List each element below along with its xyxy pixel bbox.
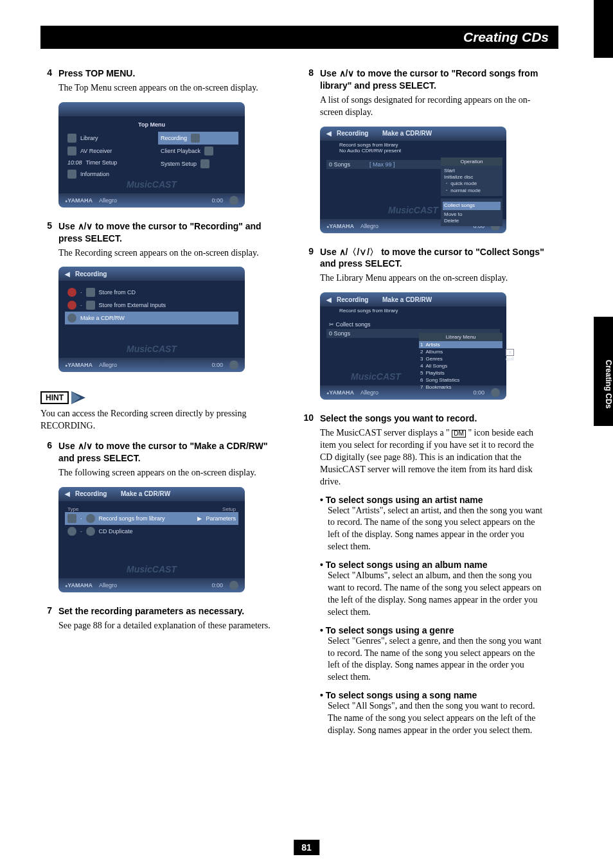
max: [ Max 99 ] [369,161,395,168]
track: Allegro [99,362,117,368]
ss-item: Information [80,171,109,177]
ss-sub2: No Audio CDR/RW present [339,148,401,154]
brand: YAMAHA [67,362,93,368]
watermark: MusicCAST [127,344,177,354]
step-number: 4 [40,67,52,80]
ss-item: Store from External Inputs [99,302,166,308]
watermark: MusicCAST [388,205,438,215]
ss-title-b: Make a CDR/RW [121,490,170,497]
watermark: MusicCAST [127,179,177,190]
screenshot-recording: ◀Recording ·Store from CD ·Store from Ex… [58,267,245,372]
ss-title: Recording [75,270,107,278]
ss-title-a: Recording [337,296,368,303]
ss-title-a: Recording [75,490,107,497]
ss-title-b: Make a CDR/RW [382,296,432,303]
screenshot-library-menu: ◀Recording Make a CDR/RW Record songs fr… [320,292,506,400]
step-title: Press TOP MENU. [58,67,135,80]
bullet-title: • To select songs using an artist name [320,495,546,505]
hint-body: You can access the Recording screen dire… [40,408,285,432]
lib-item: Genres [425,356,442,362]
hint-label: HINT [40,391,69,404]
timer-icon: 10:08 [67,159,82,166]
step-number: 6 [40,440,52,465]
op-title: Operation [441,157,502,166]
bullet-body: Select "All Songs", and then the song yo… [328,700,546,737]
step-5: 5 Use ∧/∨ to move the cursor to "Recordi… [40,220,285,245]
brand: YAMAHA [67,197,93,204]
step-number: 8 [302,67,314,92]
ss-item-hl: Record songs from library [99,515,194,522]
ss-item: CD Duplicate [99,528,133,535]
ss-sub: Record songs from library [320,306,506,315]
watermark: MusicCAST [127,564,177,574]
ss-title-a: Recording [337,130,368,137]
brand: YAMAHA [329,389,354,396]
bullet-body: Select "Genres", select a genre, and the… [328,635,546,684]
ss-item: Timer Setup [86,159,118,166]
step-body: The Library Menu appears on the on-scree… [320,272,546,285]
quit-label: quit [506,356,514,362]
step-title: Select the songs you want to record. [320,412,477,425]
lib-item: Bookmarks [425,384,451,390]
step-number: 5 [40,220,52,245]
page-header: Creating CDs [40,26,558,49]
bullet-title: • To select songs using a song name [320,690,546,700]
ss-item: System Setup [161,161,197,167]
ss-item: AV Receiver [80,148,112,154]
bullet-body: Select "Artists", select an artist, and … [328,505,546,554]
op-item-hl: Collect songs [443,202,501,209]
step-title: Use ∧/〈/∨/〉 to move the cursor to "Colle… [320,246,546,270]
step-6: 6 Use ∧/∨ to move the cursor to "Make a … [40,440,285,465]
side-tab: Creating CDs [594,317,613,426]
step-9: 9 Use ∧/〈/∨/〉 to move the cursor to "Col… [302,246,546,270]
track: Allegro [99,197,117,204]
play-icon [229,581,238,590]
ss-item-hl: Make a CDR/RW [80,315,125,321]
ss-item: Client Playback [161,148,200,154]
track: Allegro [360,223,378,229]
step-body: A list of songs designated for recording… [320,94,546,119]
watermark: MusicCAST [351,371,401,382]
quit-x-icon: X [506,349,514,356]
time: 0:00 [211,582,223,589]
ss-title: Top Menu [65,121,238,128]
op-item: Initialize disc [444,174,499,181]
brand: YAMAHA [329,223,354,229]
lib-item: All Songs [425,363,447,369]
screenshot-make-cdrrw: ◀Recording Make a CDR/RW TypeSetup ·Reco… [58,487,245,592]
step-body: The Recording screen appears on the on-s… [58,247,285,260]
step-number: 9 [302,246,314,270]
play-icon [229,360,238,369]
bullet-title: • To select songs using an album name [320,560,546,570]
songs-head: 0 Songs [329,161,350,168]
track: Allegro [360,389,378,396]
lib-item: Albums [425,349,443,355]
step-8: 8 Use ∧/∨ to move the cursor to "Record … [302,67,546,92]
op-item: Move to [444,211,499,218]
step-title: Use ∧/∨ to move the cursor to "Recording… [58,220,285,245]
ss-item: Parameters [206,515,236,522]
hint-tag: HINT [40,391,85,404]
lib-item: Playlists [425,370,444,376]
step-body: The Top Menu screen appears on the on-sc… [58,82,285,94]
ss-item: Library [80,135,98,141]
ss-sub: Record songs from library [339,142,398,148]
play-icon [229,196,238,205]
top-black-tab [594,0,613,58]
step-body: The MusicCAST server displays a " DM " i… [320,427,546,488]
step-10: 10 Select the songs you want to record. [302,412,546,425]
step-7: 7 Set the recording parameters as necess… [40,605,285,617]
bullet-body: Select "Albums", select an album, and th… [328,570,546,619]
op-item: Start [444,168,499,174]
op-item: ・ quick mode [444,181,499,187]
time: 0:00 [211,197,223,204]
lib-item-hl: Artists [425,342,440,348]
collect: Collect songs [336,321,371,328]
op-item: Delete [444,218,499,224]
step-body: See page 88 for a detailed explanation o… [58,620,285,632]
op-item: ・ normal mode [444,188,499,194]
step-title: Use ∧/∨ to move the cursor to "Record so… [320,67,546,92]
step-title: Set the recording parameters as necessar… [58,605,244,617]
lib-title: Library Menu [419,333,502,341]
step-body: The following screen appears on the on-s… [58,467,285,479]
